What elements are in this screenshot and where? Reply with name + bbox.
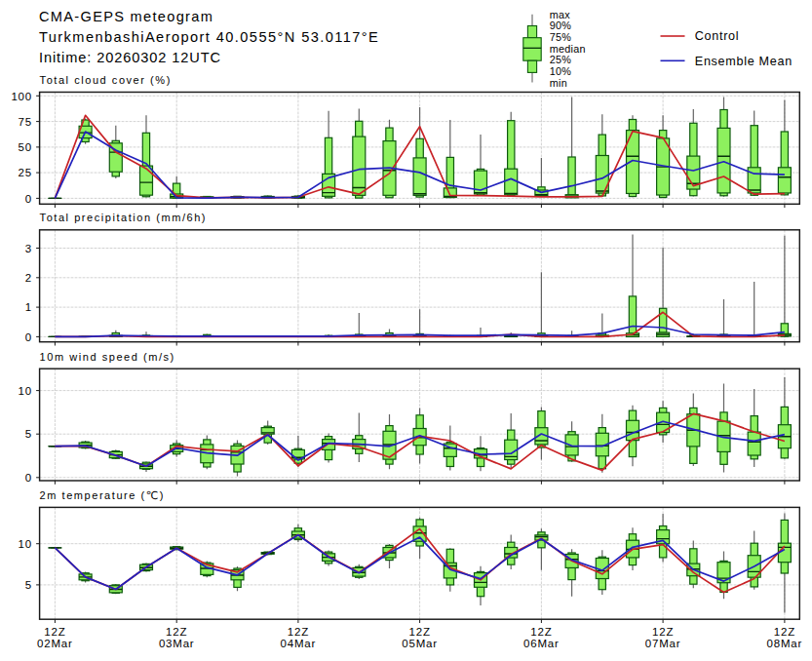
svg-text:05Mar: 05Mar [402,638,438,649]
svg-text:2: 2 [25,272,32,284]
svg-text:0: 0 [25,331,32,343]
svg-text:2m temperature (℃): 2m temperature (℃) [40,489,165,501]
svg-text:Control: Control [695,29,740,43]
svg-text:0: 0 [25,193,32,205]
svg-text:75%: 75% [550,31,572,43]
svg-text:CMA-GEPS meteogram: CMA-GEPS meteogram [39,9,213,24]
svg-text:Total cloud cover (%): Total cloud cover (%) [40,74,172,86]
svg-text:12Z: 12Z [530,626,552,638]
svg-text:12Z: 12Z [652,626,674,638]
svg-text:06Mar: 06Mar [523,638,560,649]
svg-text:75: 75 [19,116,32,128]
svg-text:Ensemble Mean: Ensemble Mean [695,55,793,68]
svg-text:25: 25 [19,167,32,178]
svg-text:TurkmenbashiAeroport 40.0555°N: TurkmenbashiAeroport 40.0555°N 53.0117°E [39,29,379,45]
svg-text:10m wind speed (m/s): 10m wind speed (m/s) [40,351,175,363]
svg-text:min: min [550,77,567,89]
svg-text:50: 50 [19,141,32,153]
svg-text:Total precipitation (mm/6h): Total precipitation (mm/6h) [40,212,207,223]
svg-text:04Mar: 04Mar [281,638,317,649]
svg-text:10%: 10% [550,65,572,77]
svg-text:07Mar: 07Mar [645,638,681,649]
svg-text:Initime: 20260302 12UTC: Initime: 20260302 12UTC [39,50,221,65]
svg-text:90%: 90% [550,19,572,31]
svg-text:3: 3 [25,243,32,254]
svg-text:12Z: 12Z [44,626,65,638]
svg-text:median: median [550,43,586,55]
svg-text:02Mar: 02Mar [37,638,73,649]
svg-text:0: 0 [25,472,32,484]
svg-text:12Z: 12Z [166,626,187,638]
svg-text:10: 10 [19,385,32,397]
svg-text:08Mar: 08Mar [767,638,803,649]
svg-text:1: 1 [25,301,32,313]
svg-text:5: 5 [25,428,32,440]
svg-text:12Z: 12Z [408,626,430,638]
svg-text:12Z: 12Z [774,626,795,638]
svg-text:25%: 25% [550,54,572,65]
svg-text:max: max [550,9,571,20]
svg-text:5: 5 [25,579,32,591]
svg-text:10: 10 [19,538,32,550]
svg-text:100: 100 [11,91,32,102]
svg-text:12Z: 12Z [288,626,309,638]
svg-text:03Mar: 03Mar [159,638,195,649]
